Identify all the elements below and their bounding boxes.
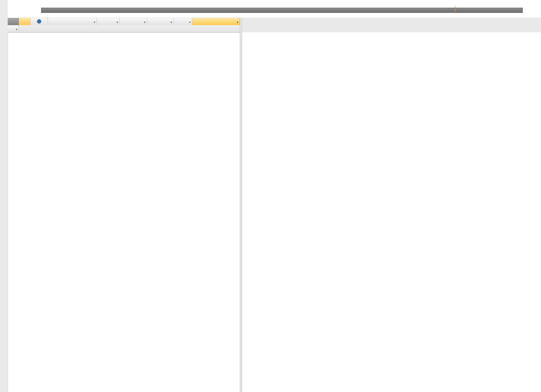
column-header-duration[interactable]: ▼: [120, 18, 147, 25]
gantt-chart-area: [242, 32, 541, 392]
timeline-pane: [8, 0, 541, 18]
tab-gantt-chart-2[interactable]: [0, 244, 8, 277]
column-header-finish[interactable]: ▼: [174, 18, 192, 25]
chevron-down-icon[interactable]: ▼: [236, 21, 239, 24]
select-all-corner[interactable]: [8, 18, 19, 25]
tab-gantt-chart[interactable]: [0, 102, 8, 135]
chevron-down-icon[interactable]: ▼: [144, 21, 146, 24]
chevron-down-icon[interactable]: ▼: [189, 21, 191, 24]
column-header-id[interactable]: [19, 18, 31, 25]
tab-timeline[interactable]: [0, 2, 8, 17]
table-header: ▼ ▼ ▼ ▼ ▼ ▼ ▼: [8, 18, 240, 33]
column-header-task-name[interactable]: ▼: [97, 18, 120, 25]
msproject-gantt-view: ▼ ▼ ▼ ▼ ▼ ▼ ▼: [0, 0, 541, 392]
column-header-info[interactable]: [31, 18, 48, 25]
info-icon: [37, 19, 41, 24]
chevron-down-icon[interactable]: ▼: [93, 21, 96, 24]
chevron-down-icon[interactable]: ▼: [170, 21, 172, 24]
chevron-down-icon[interactable]: ▼: [15, 28, 18, 31]
timeline-today-line: [455, 6, 455, 13]
chevron-down-icon[interactable]: ▼: [116, 21, 118, 24]
column-header-predecessors[interactable]: ▼: [192, 18, 240, 25]
gantt-timescale-header[interactable]: [242, 18, 541, 33]
column-header-resources[interactable]: ▼: [8, 25, 19, 33]
timeline-span-bar[interactable]: [41, 8, 523, 13]
task-table: [8, 32, 240, 392]
column-header-task-mode[interactable]: ▼: [48, 18, 97, 25]
view-rail: [0, 0, 8, 392]
column-header-start[interactable]: ▼: [147, 18, 174, 25]
pane-splitter[interactable]: [240, 18, 242, 392]
